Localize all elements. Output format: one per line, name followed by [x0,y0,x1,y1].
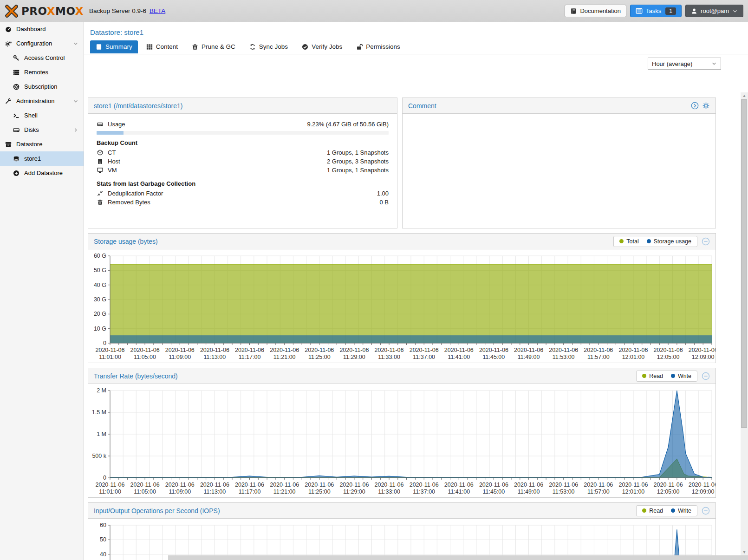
display-icon [97,167,104,173]
content-scroll-area: store1 (/mnt/datastores/store1) Usage 9.… [84,92,741,560]
svg-text:11:37:00: 11:37:00 [413,354,435,360]
comment-panel: Comment [402,98,716,228]
svg-text:2020-11-06: 2020-11-06 [270,482,299,488]
svg-text:10 G: 10 G [94,326,106,332]
chart-title: Transfer Rate (bytes/second) [94,372,178,380]
iops-chart: 01020304050602020-11-0611:01:002020-11-0… [88,519,715,560]
svg-text:11:01:00: 11:01:00 [99,488,121,495]
tab-label: Content [156,43,178,50]
vertical-scrollbar[interactable]: ▲ ▼ [741,92,748,555]
stat-value: 1 Groups, 1 Snapshots [327,167,389,174]
storage-usage-chart: 010 G20 G30 G40 G50 G60 G2020-11-0611:01… [88,249,715,364]
sidebar-item-subscription[interactable]: Subscription [0,79,84,94]
svg-text:12:09:00: 12:09:00 [692,354,715,360]
tab-content[interactable]: Content [141,40,183,53]
sidebar-item-configuration[interactable]: Configuration [0,36,84,51]
legend-item-read[interactable]: Read [642,508,663,514]
svg-text:2020-11-06: 2020-11-06 [374,347,403,353]
documentation-button[interactable]: Documentation [565,5,626,17]
chevron-down-icon[interactable] [72,41,79,46]
sidebar-item-shell[interactable]: Shell [0,108,84,123]
database-icon [13,156,20,162]
gear-icon[interactable] [702,102,710,110]
expand-circle-right-icon[interactable] [691,102,699,110]
legend-item-write[interactable]: Write [671,373,691,379]
sidebar-item-label: Subscription [24,83,58,90]
stat-value: 1 Groups, 1 Snapshots [327,149,389,156]
svg-text:2020-11-06: 2020-11-06 [200,482,229,488]
usage-progress-fill [97,131,124,135]
svg-text:2020-11-06: 2020-11-06 [410,347,439,353]
legend-item-total[interactable]: Total [619,238,638,245]
legend-item-storage-usage[interactable]: Storage usage [647,238,691,245]
legend-color-dot [671,508,675,513]
tab-sync-jobs[interactable]: Sync Jobs [244,40,293,53]
chevron-down-icon[interactable] [72,98,79,104]
stat-value: 0 B [379,199,389,206]
svg-text:2020-11-06: 2020-11-06 [689,347,715,353]
svg-text:50 G: 50 G [94,267,106,273]
svg-text:60: 60 [100,522,106,528]
sidebar-item-add-datastore[interactable]: Add Datastore [0,166,84,180]
svg-text:2020-11-06: 2020-11-06 [130,347,160,353]
tab-permissions[interactable]: Permissions [351,40,406,53]
hdd-icon [97,121,104,127]
sidebar-item-remotes[interactable]: Remotes [0,65,84,79]
stat-label: VM [108,167,117,174]
sidebar-item-label: Datastore [16,141,42,148]
beta-link[interactable]: BETA [150,7,165,14]
svg-text:2020-11-06: 2020-11-06 [305,347,334,353]
legend-item-read[interactable]: Read [642,373,663,379]
tab-verify-jobs[interactable]: Verify Jobs [296,40,348,53]
chart-legend: ReadWrite [636,371,697,382]
stat-row-deduplication-factor: Deduplication Factor1.00 [97,189,389,198]
stat-value: 2 Groups, 3 Snapshots [327,158,389,165]
tab-prune-gc[interactable]: Prune & GC [186,40,241,53]
scrollbar-down-arrow[interactable]: ▼ [741,549,748,555]
usage-label: Usage [108,121,125,128]
sidebar-item-dashboard[interactable]: Dashboard [0,22,84,36]
page-title: Datastore: store1 [84,22,748,36]
proxmox-wordmark: PROXMOX [21,5,84,17]
tasks-button[interactable]: Tasks 1 [630,5,682,17]
sidebar-item-datastore[interactable]: Datastore [0,137,84,151]
svg-text:2020-11-06: 2020-11-06 [584,482,613,488]
backup-count-heading: Backup Count [97,139,389,146]
user-menu-button[interactable]: root@pam [685,5,743,17]
grid-icon [146,44,153,50]
legend-color-dot [642,374,646,378]
scrollbar-up-arrow[interactable]: ▲ [741,92,748,99]
legend-color-dot [619,239,624,243]
svg-text:12:09:00: 12:09:00 [692,488,715,495]
trash-icon [97,199,104,205]
sidebar-item-disks[interactable]: Disks [0,123,84,137]
sync-icon [249,44,256,50]
legend-label: Write [678,508,691,514]
sidebar-item-access-control[interactable]: Access Control [0,51,84,65]
archive-icon [5,141,12,148]
sidebar-item-label: Disks [24,126,39,133]
chevron-down-icon [711,61,717,66]
svg-text:2 M: 2 M [97,387,106,394]
sidebar-item-label: Remotes [24,69,48,76]
chart-legend: ReadWrite [636,505,697,516]
sidebar-item-store1[interactable]: store1 [0,151,84,166]
chart-title: Storage usage (bytes) [94,238,158,245]
legend-item-write[interactable]: Write [671,508,691,514]
time-period-select[interactable]: Hour (average) [648,58,721,70]
collapse-panel-icon[interactable] [702,372,710,380]
collapse-panel-icon[interactable] [702,237,710,246]
collapse-panel-icon[interactable] [702,507,710,515]
tab-summary[interactable]: Summary [90,40,138,53]
svg-text:2020-11-06: 2020-11-06 [339,482,369,488]
chevron-right-icon[interactable] [72,127,79,133]
sidebar-item-administration[interactable]: Administration [0,94,84,108]
scrollbar-thumb[interactable] [741,99,747,428]
tasks-count-badge: 1 [665,7,676,15]
svg-text:2020-11-06: 2020-11-06 [339,347,369,353]
svg-text:2020-11-06: 2020-11-06 [270,347,299,353]
stat-row-host: Host2 Groups, 3 Snapshots [97,157,389,166]
svg-text:2020-11-06: 2020-11-06 [165,347,195,353]
svg-text:2020-11-06: 2020-11-06 [618,347,648,353]
stat-label: Deduplication Factor [108,190,163,197]
